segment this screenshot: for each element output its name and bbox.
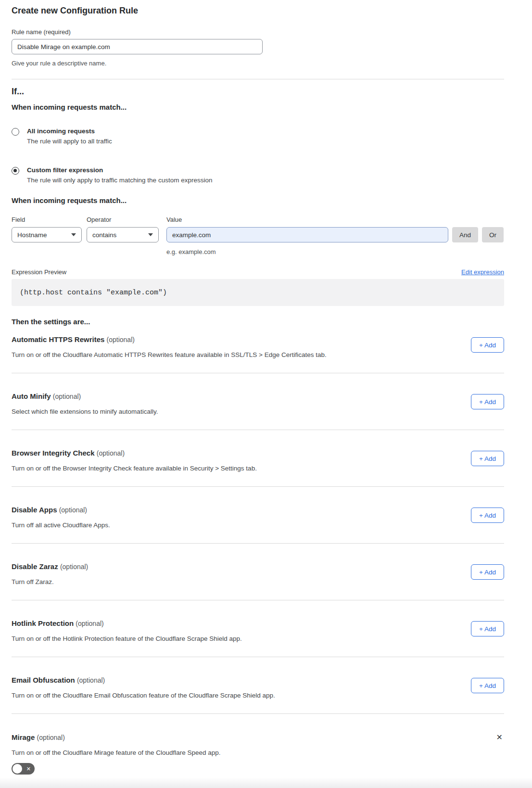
field-select-value: Hostname xyxy=(17,231,47,239)
operator-label: Operator xyxy=(87,216,159,223)
setting-description: Select which file extensions to minify a… xyxy=(12,408,158,415)
operator-select[interactable]: contains xyxy=(87,227,159,242)
field-select[interactable]: Hostname xyxy=(12,227,82,242)
setting-optional-tag: (optional) xyxy=(77,676,105,684)
add-button[interactable]: + Add xyxy=(471,451,504,466)
section-divider xyxy=(12,543,504,544)
setting-description: Turn off all active Cloudflare Apps. xyxy=(12,521,110,529)
section-divider xyxy=(12,713,504,714)
add-button[interactable]: + Add xyxy=(471,394,504,409)
rule-name-help: Give your rule a descriptive name. xyxy=(12,60,504,67)
expression-builder-row: Field Hostname Operator contains Value A… xyxy=(12,216,504,242)
radio-checked-icon[interactable] xyxy=(12,167,19,175)
setting-title: Automatic HTTPS Rewrites xyxy=(12,335,104,343)
radio-unchecked-icon[interactable] xyxy=(12,128,19,136)
page-bottom-edge xyxy=(0,777,532,788)
rule-name-input[interactable] xyxy=(12,39,263,54)
chevron-down-icon xyxy=(148,233,153,236)
create-configuration-rule-form: Create new Configuration Rule Rule name … xyxy=(12,0,504,788)
add-button[interactable]: + Add xyxy=(471,678,504,693)
add-button[interactable]: + Add xyxy=(471,337,504,353)
radio-all-incoming-requests[interactable]: All incoming requests The rule will appl… xyxy=(12,127,504,145)
setting-description: Turn on or off the Browser Integrity Che… xyxy=(12,465,257,472)
setting-mirage: Mirage (optional) ✕ Turn on or off the C… xyxy=(12,733,504,781)
toggle-knob[interactable] xyxy=(13,764,22,774)
setting-title: Browser Integrity Check xyxy=(12,449,95,457)
setting-optional-tag: (optional) xyxy=(53,393,81,400)
setting-optional-tag: (optional) xyxy=(60,563,88,571)
toggle-x-icon: ✕ xyxy=(26,763,31,775)
section-divider xyxy=(12,79,504,79)
setting-title: Mirage xyxy=(12,733,35,741)
radio-description: The rule will only apply to traffic matc… xyxy=(27,177,212,184)
setting-optional-tag: (optional) xyxy=(76,620,103,627)
or-button[interactable]: Or xyxy=(482,227,504,242)
setting-title: Auto Minify xyxy=(12,392,51,400)
setting-title: Email Obfuscation xyxy=(12,676,75,684)
radio-description: The rule will apply to all traffic xyxy=(27,138,112,145)
setting-title: Disable Apps xyxy=(12,506,57,514)
section-divider xyxy=(12,657,504,657)
value-hint: e.g. example.com xyxy=(166,248,216,255)
edit-expression-link[interactable]: Edit expression xyxy=(461,268,504,276)
expression-preview-box: (http.host contains "example.com") xyxy=(12,279,504,306)
setting-description: Turn on or off the Hotlink Protection fe… xyxy=(12,635,242,642)
value-input[interactable] xyxy=(166,227,448,242)
close-icon[interactable]: ✕ xyxy=(496,733,503,742)
setting-browser-integrity-check: Browser Integrity Check (optional) + Add… xyxy=(12,449,504,487)
add-button[interactable]: + Add xyxy=(471,621,504,636)
page-title: Create new Configuration Rule xyxy=(12,6,504,16)
add-button[interactable]: + Add xyxy=(471,564,504,580)
value-label: Value xyxy=(166,216,448,223)
section-divider xyxy=(12,430,504,430)
section-divider xyxy=(12,373,504,373)
setting-optional-tag: (optional) xyxy=(107,336,135,343)
operator-select-value: contains xyxy=(92,231,116,239)
then-settings-heading: Then the settings are... xyxy=(12,318,504,326)
section-divider xyxy=(12,486,504,487)
setting-disable-apps: Disable Apps (optional) + Add Turn off a… xyxy=(12,506,504,544)
setting-auto-minify: Auto Minify (optional) + Add Select whic… xyxy=(12,392,504,431)
match-heading: When incoming requests match... xyxy=(12,103,504,111)
setting-hotlink-protection: Hotlink Protection (optional) + Add Turn… xyxy=(12,619,504,658)
and-button[interactable]: And xyxy=(452,227,478,242)
radio-label: All incoming requests xyxy=(27,127,112,135)
expression-preview-label: Expression Preview xyxy=(12,268,66,276)
setting-disable-zaraz: Disable Zaraz (optional) + Add Turn off … xyxy=(12,562,504,601)
field-label: Field xyxy=(12,216,82,223)
radio-label: Custom filter expression xyxy=(27,166,212,174)
add-button[interactable]: + Add xyxy=(471,508,504,523)
expression-code: (http.host contains "example.com") xyxy=(20,289,167,297)
radio-custom-filter-expression[interactable]: Custom filter expression The rule will o… xyxy=(12,166,504,184)
setting-optional-tag: (optional) xyxy=(37,734,65,741)
rule-name-label: Rule name (required) xyxy=(12,28,504,36)
setting-automatic-https-rewrites: Automatic HTTPS Rewrites (optional) + Ad… xyxy=(12,335,504,374)
expression-builder-heading: When incoming requests match... xyxy=(12,196,504,204)
setting-optional-tag: (optional) xyxy=(97,449,125,457)
setting-description: Turn on or off the Cloudflare Email Obfu… xyxy=(12,692,275,699)
setting-title: Hotlink Protection xyxy=(12,619,74,627)
setting-title: Disable Zaraz xyxy=(12,562,58,571)
setting-optional-tag: (optional) xyxy=(59,506,87,514)
if-heading: If... xyxy=(12,87,504,97)
section-divider xyxy=(12,600,504,600)
setting-description: Turn on or off the Cloudflare Automatic … xyxy=(12,351,327,358)
setting-email-obfuscation: Email Obfuscation (optional) + Add Turn … xyxy=(12,676,504,714)
mirage-toggle-off[interactable]: ✕ xyxy=(12,763,35,775)
setting-description: Turn on or off the Cloudflare Mirage fea… xyxy=(12,749,221,756)
setting-description: Turn off Zaraz. xyxy=(12,578,54,585)
chevron-down-icon xyxy=(71,233,76,236)
